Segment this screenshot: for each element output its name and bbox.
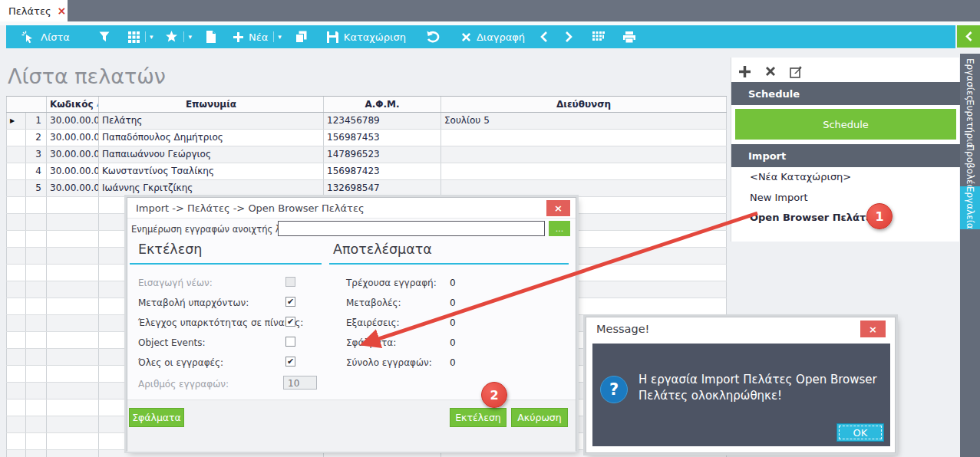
save-button[interactable]: Καταχώριση [344, 31, 406, 43]
table-cell[interactable]: 3 [26, 146, 47, 163]
row-marker-cell[interactable] [6, 433, 26, 449]
new-dropdown-icon[interactable]: ▾ [278, 34, 282, 41]
table-cell[interactable] [47, 332, 99, 348]
table-cell[interactable] [26, 298, 47, 314]
table-cell[interactable]: Παπαδόπουλος Δημήτριος [99, 130, 324, 146]
table-cell[interactable] [26, 383, 47, 399]
table-cell[interactable]: 30.00.00.000. [47, 146, 99, 163]
table-cell[interactable] [47, 366, 99, 382]
header-name[interactable]: Επωνυμία [99, 97, 324, 112]
table-row[interactable]: 230.00.00.000Παπαδόπουλος Δημήτριος15698… [6, 130, 727, 146]
table-cell[interactable] [47, 298, 99, 314]
numpad-icon[interactable] [592, 31, 605, 43]
table-cell[interactable]: 30.00.00.000. [47, 163, 99, 179]
filter-icon[interactable] [99, 31, 110, 42]
next-record-icon[interactable] [565, 31, 572, 42]
row-marker-cell[interactable] [6, 180, 26, 196]
table-cell[interactable]: 30.00.00.000. [47, 180, 99, 196]
table-cell[interactable]: 4 [26, 163, 47, 179]
table-cell[interactable] [26, 450, 47, 457]
header-code[interactable]: Κωδικός ▲ [47, 97, 99, 112]
table-cell[interactable] [441, 163, 727, 179]
grid-view-dropdown-icon[interactable]: ▾ [150, 34, 153, 41]
table-cell[interactable] [26, 231, 47, 247]
table-cell[interactable]: Σουλίου 5 [441, 113, 727, 129]
row-marker-cell[interactable]: ▶ [6, 113, 26, 129]
table-cell[interactable] [26, 366, 47, 382]
collapse-panel-button[interactable] [957, 25, 980, 48]
table-cell[interactable] [47, 281, 99, 298]
table-cell[interactable] [441, 146, 727, 163]
import-item-new-import[interactable]: New Import [750, 192, 808, 203]
table-cell[interactable] [26, 332, 47, 348]
table-cell[interactable] [26, 416, 47, 432]
table-cell[interactable]: Κωνσταντίνος Τσαλίκης [99, 163, 324, 179]
schedule-section-header[interactable]: Schedule [731, 82, 960, 105]
table-cell[interactable]: 156987453 [324, 130, 441, 146]
dialog-close-button[interactable]: × [546, 200, 570, 216]
panel-edit-icon[interactable] [790, 66, 802, 78]
header-afm[interactable]: Α.Φ.Μ. [324, 97, 441, 112]
undo-icon[interactable] [426, 31, 440, 43]
row-marker-cell[interactable] [6, 248, 26, 264]
table-cell[interactable]: 2 [26, 130, 47, 146]
row-marker-cell[interactable] [6, 231, 26, 247]
table-cell[interactable] [26, 399, 47, 416]
table-cell[interactable] [47, 450, 99, 457]
delete-x-icon[interactable] [461, 32, 471, 42]
table-cell[interactable]: 147896523 [324, 146, 441, 163]
row-marker-cell[interactable] [6, 146, 26, 163]
checkbox-all-records[interactable]: ✔ [285, 357, 295, 367]
table-cell[interactable]: 123456789 [324, 113, 441, 129]
table-row[interactable]: 330.00.00.000.Παπαιωάννου Γεώργιος147896… [6, 146, 727, 163]
table-cell[interactable] [26, 214, 47, 230]
table-cell[interactable] [26, 433, 47, 449]
tab-close-icon[interactable]: × [58, 5, 67, 16]
favorites-star-icon[interactable] [165, 31, 178, 43]
message-close-button[interactable]: × [860, 321, 886, 337]
open-list-input[interactable] [278, 221, 545, 236]
row-marker-cell[interactable] [6, 332, 26, 348]
delete-button[interactable]: Διαγραφή [477, 31, 525, 43]
table-cell[interactable] [47, 248, 99, 264]
errors-button[interactable]: Σφάλματα [129, 408, 184, 427]
table-cell[interactable] [441, 130, 727, 146]
new-button[interactable]: Νέα [249, 31, 268, 43]
table-cell[interactable]: 5 [26, 180, 47, 196]
pointer-click-icon[interactable] [21, 31, 35, 44]
copy-icon[interactable] [295, 31, 307, 43]
side-tab-ergasies[interactable]: Εργασίες [960, 60, 980, 100]
table-cell[interactable]: 156987423 [324, 163, 441, 179]
table-cell[interactable]: 30.00.00.000 [47, 130, 99, 146]
checkbox-table-existence-check[interactable]: ✔ [285, 317, 295, 327]
table-row[interactable]: 530.00.00.000.Ιωάννης Γκριτζίκης13269854… [6, 180, 727, 197]
table-cell[interactable] [26, 281, 47, 298]
side-tab-ergaleia[interactable]: Εργαλεία [960, 186, 980, 229]
row-marker-cell[interactable] [6, 416, 26, 432]
table-cell[interactable] [47, 315, 99, 331]
table-cell[interactable]: 30.00.00.000 [47, 113, 99, 129]
table-cell[interactable] [47, 231, 99, 247]
import-section-header[interactable]: Import [731, 144, 960, 167]
row-marker-cell[interactable] [6, 197, 26, 213]
favorites-dropdown-icon[interactable]: ▾ [188, 34, 192, 41]
table-cell[interactable] [47, 214, 99, 230]
previous-record-icon[interactable] [540, 31, 548, 42]
row-marker-cell[interactable] [6, 163, 26, 179]
table-cell[interactable]: 132698547 [324, 180, 441, 196]
row-marker-cell[interactable] [6, 265, 26, 281]
row-marker-cell[interactable] [6, 298, 26, 314]
checkbox-object-events[interactable] [285, 337, 295, 347]
side-tab-evretiria[interactable]: Ευρετήρια [960, 102, 980, 146]
table-cell[interactable] [47, 265, 99, 281]
grid-view-icon[interactable] [128, 31, 140, 43]
checkbox-modify-existing[interactable]: ✔ [285, 297, 295, 307]
panel-add-icon[interactable] [739, 66, 751, 77]
table-cell[interactable]: Ιωάννης Γκριτζίκης [99, 180, 324, 196]
tab-customers[interactable]: Πελάτες × [0, 0, 68, 21]
table-cell[interactable] [47, 416, 99, 432]
cancel-button[interactable]: Ακύρωση [511, 408, 568, 427]
print-icon[interactable] [623, 31, 635, 43]
table-cell[interactable] [47, 349, 99, 365]
row-marker-cell[interactable] [6, 315, 26, 331]
